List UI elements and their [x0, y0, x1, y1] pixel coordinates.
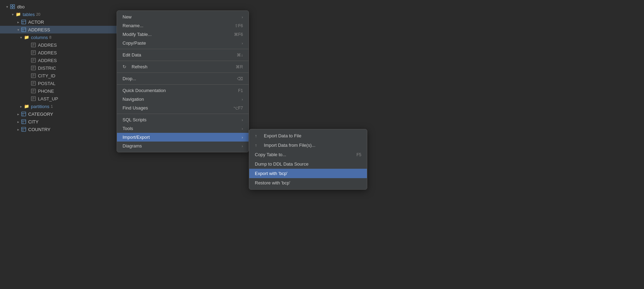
- partitions-count: 1: [51, 104, 53, 108]
- svg-rect-0: [10, 5, 12, 6]
- columns-label: columns: [31, 35, 48, 40]
- address-arrow: [15, 27, 21, 32]
- refresh-shortcut: ⌘R: [236, 64, 243, 69]
- copy-table-shortcut: F5: [356, 152, 361, 157]
- tables-arrow: [10, 12, 15, 17]
- col-address3-label: ADDRES: [38, 58, 57, 63]
- svg-rect-45: [22, 120, 26, 124]
- edit-data-shortcut: ⌘↓: [237, 53, 243, 58]
- copy-table-label: Copy Table to...: [255, 152, 350, 157]
- menu-item-copy-paste[interactable]: Copy/Paste ›: [117, 39, 249, 47]
- import-file-icon: ↑: [255, 143, 261, 148]
- menu-item-quick-doc[interactable]: Quick Documentation F1: [117, 86, 249, 95]
- schema-label: dbo: [17, 4, 25, 9]
- menu-refresh-label: Refresh: [132, 64, 229, 69]
- address-table-icon: [21, 27, 26, 32]
- address-label: ADDRESS: [28, 27, 50, 32]
- menu-import-export-label: Import/Export: [123, 135, 239, 140]
- tables-folder[interactable]: 📁 tables 20: [0, 10, 118, 18]
- dump-ddl-label: Dump to DDL Data Source: [255, 161, 361, 167]
- col-last-up-label: LAST_UP: [38, 96, 58, 101]
- submenu-import-file[interactable]: ↑ Import Data from File(s)...: [249, 140, 367, 150]
- menu-item-navigation[interactable]: Navigation ›: [117, 95, 249, 104]
- table-icon: [21, 19, 26, 25]
- partitions-icon: 📁: [24, 104, 29, 109]
- svg-rect-4: [22, 20, 26, 24]
- col-address3[interactable]: ADDRES: [0, 56, 118, 64]
- tree-item-country[interactable]: COUNTRY: [0, 126, 118, 133]
- restore-bcp-label: Restore with 'bcp': [255, 180, 361, 185]
- modify-shortcut: ⌘F6: [234, 32, 243, 37]
- actor-label: ACTOR: [28, 20, 44, 25]
- menu-item-refresh[interactable]: ↻ Refresh ⌘R: [117, 62, 249, 71]
- svg-rect-7: [22, 28, 26, 32]
- menu-item-rename[interactable]: Rename... ⇧F6: [117, 21, 249, 30]
- menu-find-usages-label: Find Usages: [123, 105, 226, 111]
- city-arrow: [15, 119, 21, 124]
- partitions-label: partitions: [31, 104, 49, 109]
- menu-item-drop[interactable]: Drop... ⌫: [117, 74, 249, 83]
- import-export-submenu: ↑ Export Data to File ↑ Import Data from…: [249, 129, 367, 190]
- col-last-up[interactable]: LAST_UP: [0, 95, 118, 102]
- tree-item-city[interactable]: CITY: [0, 118, 118, 126]
- tree-item-category[interactable]: CATEGORY: [0, 110, 118, 118]
- col-postal[interactable]: POSTAL: [0, 79, 118, 87]
- svg-rect-2: [10, 7, 12, 9]
- export-file-icon: ↑: [255, 134, 261, 138]
- menu-item-tools[interactable]: Tools ›: [117, 124, 249, 133]
- menu-item-sql-scripts[interactable]: SQL Scripts ›: [117, 115, 249, 124]
- columns-folder-icon: 📁: [24, 35, 29, 40]
- col-phone[interactable]: PHONE: [0, 87, 118, 95]
- col-phone-label: PHONE: [38, 89, 54, 94]
- columns-count: 8: [49, 35, 51, 39]
- menu-item-find-usages[interactable]: Find Usages ⌥F7: [117, 104, 249, 112]
- country-arrow: [15, 127, 21, 132]
- submenu-copy-table[interactable]: Copy Table to... F5: [249, 150, 367, 159]
- separator-1: [117, 49, 249, 49]
- menu-diagrams-label: Diagrams: [123, 143, 239, 149]
- col-district[interactable]: DISTRIC: [0, 64, 118, 72]
- col-address2[interactable]: ADDRES: [0, 49, 118, 56]
- menu-item-edit-data[interactable]: Edit Data ⌘↓: [117, 51, 249, 59]
- col-icon7: [31, 88, 36, 94]
- menu-sql-scripts-label: SQL Scripts: [123, 117, 239, 122]
- svg-rect-3: [13, 7, 15, 9]
- menu-quick-doc-label: Quick Documentation: [123, 88, 231, 93]
- navigation-arrow: ›: [242, 97, 243, 101]
- submenu-dump-ddl[interactable]: Dump to DDL Data Source: [249, 159, 367, 169]
- submenu-restore-bcp[interactable]: Restore with 'bcp': [249, 178, 367, 188]
- submenu-export-bcp[interactable]: Export with 'bcp': [249, 169, 367, 178]
- columns-arrow: [18, 35, 24, 40]
- menu-drop-label: Drop...: [123, 76, 230, 81]
- col-icon3: [31, 58, 36, 63]
- category-arrow: [15, 111, 21, 117]
- submenu-export-file[interactable]: ↑ Export Data to File: [249, 131, 367, 140]
- tree-item-actor[interactable]: ACTOR: [0, 18, 118, 26]
- import-file-label: Import Data from File(s)...: [264, 143, 361, 148]
- schema-dbo[interactable]: dbo: [0, 3, 118, 10]
- partitions-folder[interactable]: 📁 partitions 1: [0, 102, 118, 110]
- col-postal-label: POSTAL: [38, 81, 55, 86]
- country-label: COUNTRY: [28, 127, 50, 132]
- tree-item-address[interactable]: ADDRESS: [0, 26, 118, 33]
- tables-label: tables: [23, 12, 35, 17]
- menu-item-diagrams[interactable]: Diagrams ›: [117, 142, 249, 150]
- menu-tools-label: Tools: [123, 126, 239, 131]
- separator-5: [117, 114, 249, 114]
- columns-folder[interactable]: 📁 columns 8: [0, 33, 118, 41]
- quick-doc-shortcut: F1: [238, 88, 243, 93]
- menu-item-modify[interactable]: Modify Table... ⌘F6: [117, 30, 249, 39]
- col-address1-label: ADDRES: [38, 43, 57, 48]
- separator-4: [117, 84, 249, 85]
- col-icon: [31, 42, 36, 48]
- col-icon6: [31, 81, 36, 86]
- export-file-label: Export Data to File: [264, 133, 361, 138]
- col-address1[interactable]: ADDRES: [0, 41, 118, 49]
- col-icon2: [31, 50, 36, 55]
- col-city-id[interactable]: CITY_ID: [0, 72, 118, 79]
- menu-item-import-export[interactable]: Import/Export ›: [117, 133, 249, 142]
- menu-rename-label: Rename...: [123, 23, 228, 28]
- import-export-arrow: ›: [242, 135, 243, 139]
- menu-item-new[interactable]: New ›: [117, 13, 249, 21]
- schema-arrow: [4, 4, 10, 9]
